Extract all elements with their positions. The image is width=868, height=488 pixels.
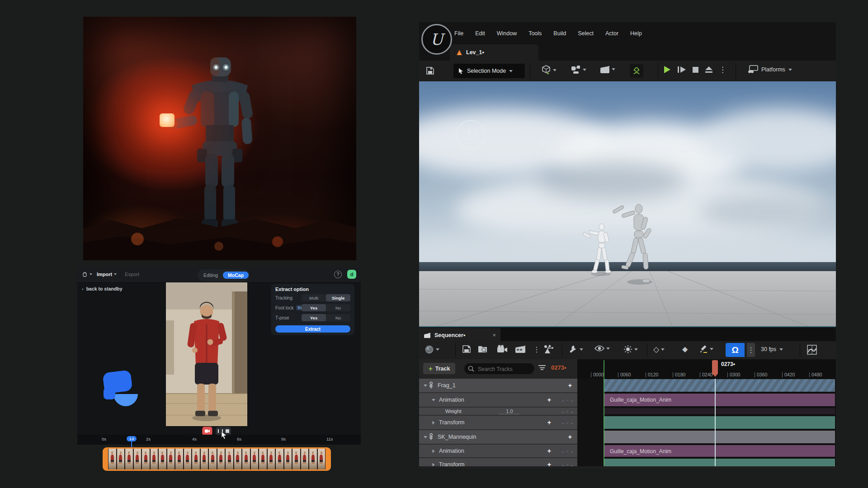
expander-icon[interactable] bbox=[433, 421, 435, 424]
back-to-standby-link[interactable]: ‹ back to standby bbox=[82, 286, 123, 291]
record-button[interactable] bbox=[202, 427, 212, 436]
playback-options-dropdown[interactable] bbox=[623, 345, 638, 354]
tool-menu[interactable] bbox=[82, 272, 92, 277]
more-options-icon[interactable]: ⋮ bbox=[719, 66, 726, 74]
tracking-single-option[interactable]: Single bbox=[326, 294, 350, 301]
menu-edit[interactable]: Edit bbox=[475, 30, 485, 37]
keyframe-options-dropdown[interactable]: ◇ bbox=[653, 346, 665, 353]
render-movie-icon[interactable] bbox=[543, 345, 554, 354]
filmstrip-right-handle[interactable] bbox=[326, 449, 331, 469]
keyframe-nav[interactable]: ←◦→ bbox=[551, 409, 575, 414]
save-sequence-icon[interactable] bbox=[462, 345, 471, 353]
filmstrip-frames[interactable] bbox=[108, 449, 326, 469]
track-row-animation2[interactable]: Animation + ←◦→ bbox=[419, 445, 577, 457]
menu-select[interactable]: Select bbox=[578, 30, 594, 37]
menu-actor[interactable]: Actor bbox=[605, 30, 618, 37]
keyframe-nav[interactable]: ←◦→ bbox=[551, 462, 575, 467]
close-icon[interactable]: × bbox=[492, 332, 496, 338]
save-icon[interactable] bbox=[426, 67, 434, 75]
weight-lane[interactable] bbox=[604, 408, 835, 415]
auto-key-button[interactable]: ◆◦ bbox=[682, 346, 688, 353]
fps-dropdown[interactable]: 30 fps bbox=[761, 346, 783, 352]
track-row-animation1[interactable]: Animation + ←◦→ bbox=[419, 393, 577, 407]
footlock-no-option[interactable]: No bbox=[326, 304, 350, 311]
expander-icon[interactable] bbox=[424, 385, 427, 387]
sequencer-tab[interactable]: Sequencer• × bbox=[419, 328, 500, 342]
menu-build[interactable]: Build bbox=[553, 30, 566, 37]
blueprints-button[interactable] bbox=[571, 65, 586, 74]
camera-icon[interactable] bbox=[497, 345, 508, 353]
eject-icon[interactable] bbox=[705, 66, 713, 73]
export-menu[interactable]: Export bbox=[125, 272, 139, 277]
curve-editor-icon[interactable] bbox=[807, 345, 817, 355]
filter-icon[interactable] bbox=[538, 365, 546, 371]
tracking-multi-option[interactable]: Multi bbox=[302, 294, 326, 301]
extract-button[interactable]: Extract bbox=[275, 325, 350, 333]
keyframe-nav[interactable]: ←◦→ bbox=[551, 420, 575, 425]
time-marker[interactable]: 1.3 bbox=[127, 436, 137, 441]
menu-tools[interactable]: Tools bbox=[528, 30, 542, 37]
expander-icon[interactable] bbox=[433, 449, 435, 453]
keyframe-nav[interactable]: ←◦→ bbox=[551, 398, 575, 403]
edit-options-dropdown[interactable] bbox=[699, 345, 713, 353]
expander-icon[interactable] bbox=[433, 463, 435, 466]
browse-sequence-icon[interactable] bbox=[478, 345, 488, 353]
menu-file[interactable]: File bbox=[454, 30, 463, 37]
search-tracks-input[interactable] bbox=[477, 363, 532, 375]
skmannequin-group-lane[interactable] bbox=[604, 430, 835, 444]
level-tab[interactable]: Lev_1• bbox=[450, 44, 538, 61]
add-section-icon[interactable]: + bbox=[547, 419, 551, 426]
keyframe-nav[interactable]: ←◦→ bbox=[551, 449, 575, 454]
weight-value-field[interactable]: 1.0 bbox=[500, 408, 519, 414]
view-options-dropdown[interactable] bbox=[594, 345, 610, 352]
add-section-icon[interactable]: + bbox=[547, 447, 551, 455]
sequencer-settings-dropdown[interactable] bbox=[568, 345, 583, 354]
mocap-tab[interactable]: MoCap bbox=[223, 272, 249, 279]
filmstrip-left-handle[interactable] bbox=[103, 449, 108, 469]
play-modes-button[interactable] bbox=[630, 64, 643, 78]
footlock-yes-option[interactable]: Yes bbox=[302, 304, 326, 311]
tpose-yes-option[interactable]: Yes bbox=[302, 314, 326, 321]
track-row-transform2[interactable]: Transform + ←◦→ bbox=[419, 458, 577, 466]
import-menu[interactable]: Import bbox=[97, 272, 112, 277]
level-viewport[interactable]: U bbox=[419, 81, 836, 326]
avatar[interactable]: d bbox=[347, 270, 356, 279]
more-options-icon[interactable]: ⋮ bbox=[533, 346, 540, 353]
expander-icon[interactable] bbox=[432, 399, 435, 401]
menu-window[interactable]: Window bbox=[497, 30, 517, 37]
add-section-icon[interactable]: + bbox=[547, 461, 551, 466]
slate-icon[interactable] bbox=[515, 345, 526, 353]
current-frame-display[interactable]: 0273• bbox=[551, 364, 566, 371]
track-row-transform1[interactable]: Transform + ←◦→ bbox=[419, 416, 577, 429]
add-section-icon[interactable]: + bbox=[547, 396, 551, 404]
add-track-button[interactable]: + Track bbox=[423, 363, 455, 374]
animation-clip[interactable]: Guille_caja_Motion_Anim bbox=[604, 393, 835, 407]
help-button[interactable]: ? bbox=[334, 271, 342, 278]
frame-skip-icon[interactable] bbox=[677, 66, 686, 74]
tpose-no-option[interactable]: No bbox=[326, 314, 350, 321]
filmstrip[interactable] bbox=[103, 447, 331, 471]
animation-clip[interactable]: Guille_caja_Motion_Anim bbox=[604, 445, 835, 457]
play-icon[interactable] bbox=[663, 65, 671, 74]
platforms-dropdown[interactable]: Platforms bbox=[747, 65, 792, 74]
sequencer-timeline-ruler[interactable]: 0000 0060 0120 0180 0240 0300 0360 0420 … bbox=[577, 359, 836, 379]
snap-magnet-button[interactable]: Ω bbox=[726, 343, 745, 357]
add-section-icon[interactable]: + bbox=[568, 433, 572, 441]
track-row-weight[interactable]: Weight 1.0 ←◦→ bbox=[419, 408, 577, 415]
expander-icon[interactable] bbox=[424, 436, 427, 438]
sequence-start-marker[interactable] bbox=[604, 360, 604, 465]
selection-mode-dropdown[interactable]: Selection Mode bbox=[453, 64, 525, 78]
track-row-skmannequin[interactable]: SK_Mannequin + bbox=[419, 430, 577, 444]
add-section-icon[interactable]: + bbox=[568, 382, 572, 389]
frag1-group-lane[interactable] bbox=[604, 379, 835, 392]
menu-help[interactable]: Help bbox=[630, 30, 642, 37]
snap-options-icon[interactable]: ⋮ bbox=[747, 343, 755, 357]
transform-lane[interactable] bbox=[604, 416, 835, 429]
track-row-frag1[interactable]: Frag_1 + bbox=[419, 379, 577, 392]
playhead-handle[interactable] bbox=[712, 360, 718, 375]
cinematics-button[interactable] bbox=[600, 65, 615, 74]
add-actor-button[interactable]: + bbox=[542, 65, 557, 75]
mocap-timeline[interactable]: 0s 2s 4s 6s 9s 11s 1.3 bbox=[77, 435, 361, 445]
editing-tab[interactable]: Editing bbox=[198, 272, 223, 279]
transform-lane[interactable] bbox=[604, 458, 835, 466]
